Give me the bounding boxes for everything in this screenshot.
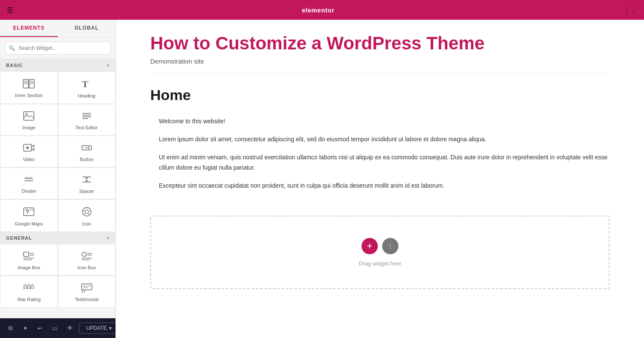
svg-point-37 xyxy=(82,252,86,256)
svg-rect-9 xyxy=(24,112,34,120)
widget-text-editor[interactable]: Text Editor xyxy=(58,104,116,136)
canvas-content: How to Customize a WordPress Theme Demon… xyxy=(116,20,644,323)
top-bar-logo: elementor xyxy=(302,6,334,14)
paragraph-2: Ut enim ad minim veniam, quis nostrud ex… xyxy=(159,152,610,173)
widget-heading[interactable]: T Heading xyxy=(58,71,116,104)
svg-marker-31 xyxy=(84,209,90,214)
sidebar-footer: ⚙ ✦ ↩ ▭ 👁 UPDATE ▾ xyxy=(0,318,115,338)
add-widget-button[interactable]: + xyxy=(361,238,378,254)
widget-image[interactable]: Image xyxy=(0,104,58,136)
widget-video[interactable]: Video xyxy=(0,136,58,167)
footer-eye-icon[interactable]: 👁 xyxy=(64,322,76,334)
svg-rect-27 xyxy=(24,208,34,216)
text-editor-icon xyxy=(81,111,92,122)
chevron-down-icon: ▾ xyxy=(107,63,109,68)
widget-image-label: Image xyxy=(22,125,36,130)
widget-button-label: Button xyxy=(80,157,94,162)
drop-zone-label: Drag widget here xyxy=(359,260,401,267)
widget-star-rating[interactable]: Star Rating xyxy=(0,276,58,308)
drop-zone-buttons: + ⋮ xyxy=(361,238,398,254)
widget-icon-label: Icon xyxy=(82,221,91,226)
widget-google-maps[interactable]: Google Maps xyxy=(0,199,58,232)
canvas-area: How to Customize a WordPress Theme Demon… xyxy=(116,20,644,338)
update-chevron-icon: ▾ xyxy=(109,325,112,331)
svg-marker-16 xyxy=(27,146,29,149)
widget-image-box[interactable]: Image Box xyxy=(0,244,58,276)
section-general-label: GENERAL xyxy=(6,235,32,241)
sidebar-tabs: ELEMENTS GLOBAL xyxy=(0,20,115,37)
sidebar-search-wrapper: 🔍 xyxy=(0,37,115,59)
widget-google-maps-label: Google Maps xyxy=(15,221,43,226)
update-button[interactable]: UPDATE ▾ xyxy=(79,323,116,334)
widget-spacer[interactable]: Spacer xyxy=(58,167,116,199)
widget-icon[interactable]: Icon xyxy=(58,199,116,232)
footer-settings-icon[interactable]: ⚙ xyxy=(4,322,17,334)
grid-icon[interactable]: ⋮⋮ xyxy=(623,6,637,14)
widget-inner-section[interactable]: Inner Section xyxy=(0,71,58,104)
svg-rect-45 xyxy=(82,284,92,290)
button-icon xyxy=(81,143,92,154)
general-widgets-grid: Image Box Icon Box xyxy=(0,244,115,308)
section-general-header[interactable]: GENERAL ▾ xyxy=(0,232,115,244)
image-box-icon xyxy=(23,251,34,262)
sidebar-content: BASIC ▾ xyxy=(0,59,115,318)
section-basic-header[interactable]: BASIC ▾ xyxy=(0,59,115,71)
star-rating-icon xyxy=(23,283,34,294)
widget-video-label: Video xyxy=(23,157,35,162)
widget-icon-box[interactable]: Icon Box xyxy=(58,244,116,276)
search-icon: 🔍 xyxy=(9,45,15,51)
widget-divider-label: Divider xyxy=(21,189,36,194)
paragraph-3: Excepteur sint occaecat cupidatat non pr… xyxy=(159,181,610,191)
paragraph-1: Lorem ipsum dolor sit amet, consectetur … xyxy=(159,134,610,145)
divider-icon xyxy=(23,175,34,186)
hamburger-icon[interactable]: ☰ xyxy=(7,6,13,14)
page-text-content: Welcome to this website! Lorem ipsum dol… xyxy=(150,116,610,207)
widget-icon-box-label: Icon Box xyxy=(77,265,96,270)
chevron-down-icon-general: ▾ xyxy=(107,236,109,241)
icon-widget-icon xyxy=(81,207,92,219)
drop-zone: + ⋮ Drag widget here xyxy=(150,216,610,289)
drag-handle-button[interactable]: ⋮ xyxy=(382,238,398,254)
footer-preview-icon[interactable]: ▭ xyxy=(49,322,61,334)
main-layout: ELEMENTS GLOBAL 🔍 BASIC ▾ xyxy=(0,20,644,338)
widget-spacer-label: Spacer xyxy=(79,189,94,194)
widget-text-editor-label: Text Editor xyxy=(76,125,98,130)
widget-button[interactable]: Button xyxy=(58,136,116,167)
image-icon xyxy=(23,111,34,122)
tab-global[interactable]: GLOBAL xyxy=(58,20,116,37)
update-label: UPDATE xyxy=(86,325,107,331)
svg-rect-32 xyxy=(24,252,29,256)
widget-image-box-label: Image Box xyxy=(18,265,40,270)
widget-heading-label: Heading xyxy=(78,93,95,98)
google-maps-icon xyxy=(23,207,34,219)
widget-divider[interactable]: Divider xyxy=(0,167,58,199)
inner-section-icon xyxy=(23,79,35,90)
heading-icon: T xyxy=(81,79,92,91)
footer-undo-icon[interactable]: ↩ xyxy=(34,322,46,334)
basic-widgets-grid: Inner Section T Heading xyxy=(0,71,115,232)
svg-point-48 xyxy=(82,290,85,292)
widget-testimonial-label: Testimonial xyxy=(75,297,98,302)
tab-elements[interactable]: ELEMENTS xyxy=(0,20,58,37)
svg-text:T: T xyxy=(82,79,88,89)
paragraph-0: Welcome to this website! xyxy=(159,116,610,127)
testimonial-icon xyxy=(81,283,92,294)
top-bar: ☰ elementor ⋮⋮ xyxy=(0,0,644,20)
widget-testimonial[interactable]: Testimonial xyxy=(58,276,116,308)
site-title: How to Customize a WordPress Theme xyxy=(150,33,610,54)
site-header: How to Customize a WordPress Theme Demon… xyxy=(150,20,610,74)
section-basic-label: BASIC xyxy=(6,63,23,68)
video-icon xyxy=(23,143,34,154)
site-subtitle: Demonstration site xyxy=(150,58,610,65)
sidebar: ELEMENTS GLOBAL 🔍 BASIC ▾ xyxy=(0,20,116,338)
icon-box-icon xyxy=(81,251,92,262)
spacer-icon xyxy=(81,175,92,186)
footer-responsive-icon[interactable]: ✦ xyxy=(19,322,31,334)
widget-star-rating-label: Star Rating xyxy=(17,297,41,302)
search-input[interactable] xyxy=(5,42,110,55)
page-title: Home xyxy=(150,87,610,104)
widget-inner-section-label: Inner Section xyxy=(15,93,43,98)
